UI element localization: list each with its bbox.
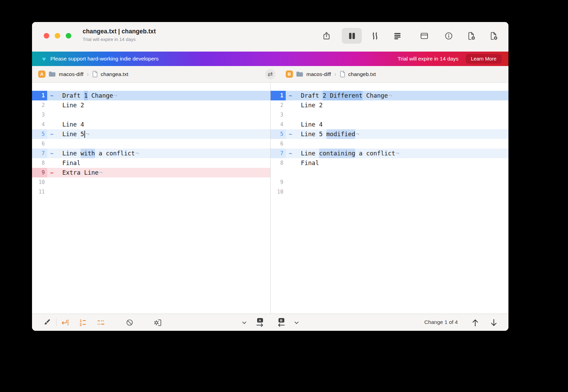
banner-message: Please support hard-working indie develo… <box>50 56 159 62</box>
marker-gutter <box>47 187 56 197</box>
line-text: Final <box>56 158 270 168</box>
code-line[interactable]: 7~Line containing a conflict¬ <box>271 149 508 158</box>
file-a-name[interactable]: changea.txt <box>101 71 128 77</box>
chevron-down-icon <box>241 319 248 326</box>
window-controls <box>44 33 71 39</box>
changed-line-marker: ~ <box>47 129 56 139</box>
file-settings-button[interactable] <box>152 318 164 327</box>
word-diff-highlight: 1 <box>84 91 88 100</box>
marker-gutter <box>47 177 56 187</box>
line-text: Extra Line¬ <box>56 168 270 177</box>
minimize-button[interactable] <box>55 33 60 39</box>
line-text <box>56 187 270 197</box>
line-number: 6 <box>32 139 47 149</box>
changed-line-marker: ~ <box>286 149 295 158</box>
trial-banner: ♥ Please support hard-working indie deve… <box>32 52 508 66</box>
folder-icon <box>296 71 303 77</box>
code-line[interactable]: 2Line 2 <box>271 100 508 110</box>
code-line[interactable]: 5~Line 5¬ <box>32 129 270 139</box>
code-line[interactable]: 10 <box>32 177 270 187</box>
file-b-folder[interactable]: macos-diff <box>306 71 331 77</box>
code-line[interactable] <box>271 168 508 177</box>
line-numbers-button[interactable]: 12 <box>77 318 89 327</box>
file-b-badge: B <box>286 70 293 78</box>
learn-more-button[interactable]: Learn More <box>466 54 502 64</box>
code-line[interactable]: 1~Draft 2 Different Change¬ <box>271 91 508 100</box>
info-button[interactable] <box>439 28 459 44</box>
text-wrap-icon <box>60 318 69 327</box>
file-b-pane[interactable]: 1~Draft 2 Different Change¬2Line 234Line… <box>271 83 508 314</box>
file-b-name[interactable]: changeb.txt <box>348 71 376 77</box>
line-text <box>295 168 508 177</box>
titlebar: changea.txt | changeb.txt Trial will exp… <box>32 22 508 52</box>
line-text: Final <box>295 158 508 168</box>
line-number: 3 <box>271 110 286 120</box>
close-button[interactable] <box>44 33 49 39</box>
copy-b-to-a-button[interactable]: B <box>275 318 287 327</box>
cleanup-brush-button[interactable] <box>41 318 53 327</box>
swap-files-button[interactable] <box>265 69 275 79</box>
file-path-bar: A macos-diff › changea.txt B macos-diff … <box>32 66 508 83</box>
fluid-view-button[interactable] <box>365 28 385 44</box>
trial-countdown: Trial will expire in 14 days <box>398 56 459 62</box>
zoom-button[interactable] <box>66 33 71 39</box>
window-subtitle: Trial will expire in 14 days <box>83 37 156 42</box>
code-line[interactable]: 5~Line 5 modified¬ <box>271 129 508 139</box>
line-text: Line with a conflict¬ <box>56 149 270 158</box>
code-line[interactable]: 3 <box>32 110 270 120</box>
ignore-changes-button[interactable] <box>124 318 135 327</box>
newline-glyph: ¬ <box>388 92 392 99</box>
copy-a-to-b-button[interactable]: A <box>254 318 266 327</box>
code-line[interactable]: 1~Draft 1 Change¬ <box>32 91 270 100</box>
line-number: 3 <box>32 110 47 120</box>
line-number: 8 <box>271 158 286 168</box>
unified-view-icon <box>393 31 402 41</box>
heart-icon: ♥ <box>42 56 46 62</box>
newline-glyph: ¬ <box>85 131 89 138</box>
code-line[interactable]: 9−Extra Line¬ <box>32 168 270 177</box>
add-file-b-button[interactable] <box>483 28 503 44</box>
code-line[interactable]: 4Line 4 <box>271 120 508 129</box>
word-diff-highlight: 2 Different <box>323 91 362 100</box>
code-line[interactable]: 7~Line with a conflict¬ <box>32 149 270 158</box>
line-text <box>56 110 270 120</box>
invisibles-button[interactable] <box>95 318 107 327</box>
merge-a-options-button[interactable] <box>238 318 250 327</box>
code-line[interactable]: 6 <box>32 139 270 149</box>
code-line[interactable]: 2Line 2 <box>32 100 270 110</box>
code-line[interactable]: 11 <box>32 187 270 197</box>
code-line[interactable]: 3 <box>271 110 508 120</box>
unified-view-button[interactable] <box>387 28 407 44</box>
file-a-pane[interactable]: 1~Draft 1 Change¬2Line 234Line 45~Line 5… <box>32 83 270 314</box>
line-number <box>271 168 286 177</box>
next-change-button[interactable] <box>488 318 499 327</box>
changed-line-marker: ~ <box>47 149 56 158</box>
two-pane-view-button[interactable] <box>342 28 362 44</box>
share-button[interactable] <box>316 28 336 44</box>
code-line[interactable]: 8Final <box>32 158 270 168</box>
text-wrap-button[interactable] <box>59 318 71 327</box>
marker-gutter <box>286 100 295 110</box>
newline-glyph: ¬ <box>99 169 103 176</box>
window-layout-button[interactable] <box>414 28 434 44</box>
code-line[interactable]: 4Line 4 <box>32 120 270 129</box>
add-file-a-button[interactable] <box>461 28 481 44</box>
line-number: 2 <box>271 100 286 110</box>
file-a-folder[interactable]: macos-diff <box>59 71 83 77</box>
line-number: 5 <box>271 129 286 139</box>
code-line[interactable]: 10 <box>271 187 508 197</box>
info-icon <box>444 31 453 41</box>
line-number: 10 <box>271 187 286 197</box>
marker-gutter <box>47 120 56 129</box>
line-number: 10 <box>32 177 47 187</box>
line-numbers-icon: 12 <box>79 318 87 327</box>
code-line[interactable]: 9 <box>271 177 508 187</box>
changed-line-marker: ~ <box>286 91 295 100</box>
line-text: Draft 2 Different Change¬ <box>295 91 508 100</box>
merge-b-options-button[interactable] <box>291 318 302 327</box>
code-line[interactable]: 8Final <box>271 158 508 168</box>
line-text: Line 5 modified¬ <box>295 129 508 139</box>
previous-change-button[interactable] <box>469 318 481 327</box>
code-line[interactable]: 6 <box>271 139 508 149</box>
line-number: 7 <box>32 149 47 158</box>
